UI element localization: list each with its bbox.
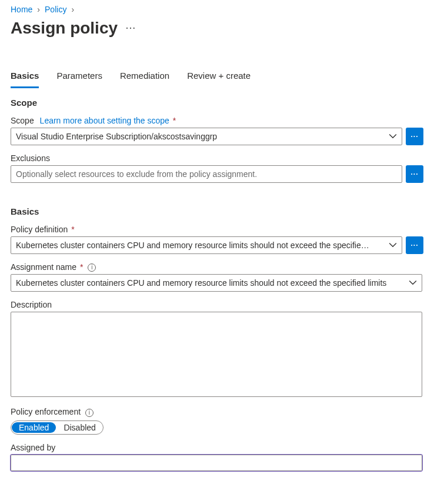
breadcrumb-policy[interactable]: Policy (45, 5, 66, 14)
policy-definition-label: Policy definition (11, 225, 68, 234)
policy-definition-label-row: Policy definition * (11, 225, 423, 234)
scope-label-row: Scope Learn more about setting the scope… (11, 116, 423, 125)
info-icon[interactable]: i (88, 263, 96, 272)
tab-remediation[interactable]: Remediation (120, 69, 169, 88)
exclusions-picker-button[interactable]: ··· (406, 165, 423, 183)
description-label: Description (11, 300, 423, 309)
required-indicator: * (71, 225, 74, 234)
toggle-disabled[interactable]: Disabled (56, 422, 102, 433)
scope-input[interactable]: Visual Studio Enterprise Subscription/ak… (11, 128, 402, 145)
more-actions-icon[interactable]: ··· (126, 24, 136, 33)
tabs: Basics Parameters Remediation Review + c… (11, 69, 423, 88)
exclusions-label: Exclusions (11, 153, 423, 163)
toggle-enabled[interactable]: Enabled (12, 422, 56, 433)
exclusions-input[interactable]: Optionally select resources to exclude f… (11, 165, 402, 183)
chevron-right-icon: › (37, 5, 40, 14)
policy-definition-input[interactable]: Kubernetes cluster containers CPU and me… (11, 236, 402, 254)
chevron-right-icon: › (71, 5, 74, 14)
assignment-name-input[interactable]: Kubernetes cluster containers CPU and me… (11, 274, 422, 292)
policy-enforcement-label-row: Policy enforcement i (11, 407, 423, 416)
scope-heading: Scope (11, 98, 423, 108)
info-icon[interactable]: i (85, 409, 94, 417)
assignment-name-value: Kubernetes cluster containers CPU and me… (16, 278, 409, 288)
exclusions-placeholder: Optionally select resources to exclude f… (16, 169, 397, 179)
tab-parameters[interactable]: Parameters (56, 69, 102, 88)
policy-definition-value: Kubernetes cluster containers CPU and me… (16, 241, 389, 250)
description-textarea[interactable] (11, 312, 422, 397)
scope-label: Scope (11, 116, 34, 125)
tab-basics[interactable]: Basics (11, 69, 39, 88)
chevron-down-icon (389, 241, 397, 249)
basics-heading: Basics (11, 206, 423, 216)
required-indicator: * (80, 262, 83, 272)
assignment-name-label-row: Assignment name * i (11, 262, 423, 272)
chevron-down-icon (409, 279, 417, 287)
page-title-row: Assign policy ··· (11, 19, 423, 38)
scope-value: Visual Studio Enterprise Subscription/ak… (16, 132, 389, 141)
policy-enforcement-label: Policy enforcement (11, 407, 81, 416)
scope-learn-more-link[interactable]: Learn more about setting the scope (40, 116, 169, 125)
chevron-down-icon (389, 132, 397, 141)
breadcrumb-home[interactable]: Home (11, 5, 32, 14)
policy-definition-picker-button[interactable]: ··· (406, 236, 423, 254)
page-title: Assign policy (11, 19, 118, 38)
policy-enforcement-toggle[interactable]: Enabled Disabled (11, 420, 104, 435)
tab-review-create[interactable]: Review + create (187, 69, 251, 88)
assignment-name-label: Assignment name (11, 262, 76, 272)
assigned-by-label: Assigned by (11, 443, 423, 452)
breadcrumb: Home › Policy › (11, 5, 423, 14)
scope-picker-button[interactable]: ··· (406, 128, 423, 145)
required-indicator: * (173, 116, 176, 125)
assigned-by-input[interactable] (11, 455, 422, 471)
